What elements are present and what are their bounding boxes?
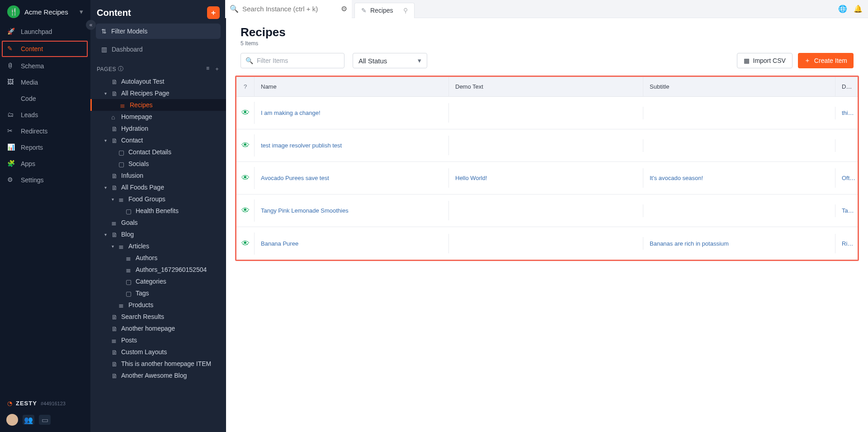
rail-item-reports[interactable]: 📊Reports — [0, 139, 90, 156]
tree-label: Categories — [136, 278, 166, 285]
import-csv-button[interactable]: ▦ Import CSV — [737, 53, 793, 68]
apps-icon: 🧩 — [7, 160, 15, 168]
tree-node[interactable]: 🗎Another homepage — [90, 323, 226, 334]
status-select[interactable]: All Status ▾ — [353, 53, 427, 68]
table-header: ? Name Demo Text Subtitle Description — [236, 77, 858, 97]
list-icon: ≣ — [118, 196, 125, 202]
col-status-header: ? — [236, 77, 255, 96]
eye-icon: 👁 — [241, 206, 250, 215]
tree-node[interactable]: ▾🗎All Recipes Page — [90, 87, 226, 99]
docs-chip-icon[interactable]: ▭ — [39, 415, 51, 425]
filter-items-input[interactable]: 🔍 Filter Items — [241, 53, 344, 68]
bell-icon[interactable]: 🔔 — [854, 5, 863, 13]
col-description-header[interactable]: Description — [835, 77, 858, 96]
pin-icon[interactable]: ⚲ — [403, 7, 408, 14]
pencil-icon: ✎ — [361, 7, 367, 14]
tree-label: This is another homepage ITEM — [121, 360, 211, 367]
table-row[interactable]: 👁 Avocado Purees save test Hello World! … — [236, 162, 858, 195]
help-icon[interactable]: ? — [244, 83, 247, 90]
tree-label: Products — [128, 301, 153, 309]
collapse-rail-icon[interactable]: « — [86, 20, 96, 30]
list-icon: ≣ — [126, 266, 132, 273]
tree-node[interactable]: 🗎Custom Layouts — [90, 346, 226, 358]
tree-node[interactable]: ≣Authors — [90, 252, 226, 264]
instance-switcher[interactable]: 🍴 Acme Recipes ▾ — [0, 0, 90, 24]
tree-node[interactable]: ▢Categories — [90, 275, 226, 287]
list-toggle-icon[interactable]: ≡ — [206, 65, 210, 73]
tree-node[interactable]: 🗎This is another homepage ITEM — [90, 358, 226, 370]
add-content-button[interactable]: ＋ — [207, 6, 220, 19]
rail-label: Media — [21, 79, 38, 86]
globe-icon[interactable]: 🌐 — [838, 5, 847, 13]
filter-placeholder: Filter Items — [257, 57, 288, 64]
rail-item-launchpad[interactable]: 🚀Launchpad — [0, 24, 90, 40]
rail-item-settings[interactable]: ⚙Settings — [0, 172, 90, 188]
tree-node[interactable]: 🗎Infusion — [90, 170, 226, 181]
create-item-button[interactable]: ＋ Create Item — [798, 53, 854, 68]
col-subtitle-header[interactable]: Subtitle — [643, 77, 835, 96]
tree-node[interactable]: 🗎Hydration — [90, 123, 226, 134]
tree-node[interactable]: ⌂Homepage — [90, 111, 226, 123]
tree-label: Blog — [121, 231, 134, 238]
caret-icon: ▾ — [103, 185, 108, 190]
table-row[interactable]: 👁 I am making a change! this is the desc… — [236, 97, 858, 129]
table-row[interactable]: 👁 test image resolver publish test — [236, 129, 858, 162]
tree-label: Another homepage — [121, 325, 175, 332]
tree-node[interactable]: 🗎Another Awesome Blog — [90, 370, 226, 381]
open-tab-recipes[interactable]: ✎ Recipes ⚲ — [354, 3, 415, 18]
rail-item-content[interactable]: ✎Content — [2, 41, 88, 57]
table-row[interactable]: 👁 Banana Puree Bananas are rich in potas… — [236, 227, 858, 260]
tree-node[interactable]: ≣Recipes — [90, 99, 226, 111]
user-avatar[interactable] — [6, 414, 18, 426]
tree-node[interactable]: 🗎Autolayout Test — [90, 76, 226, 87]
cell-description: Tangy, pink and with this light n' — [835, 201, 858, 220]
tree-node[interactable]: ▾🗎Contact — [90, 134, 226, 146]
pages-tree: 🗎Autolayout Test▾🗎All Recipes Page≣Recip… — [90, 76, 226, 432]
global-search[interactable]: 🔍 ⚙ — [225, 0, 352, 18]
tree-node[interactable]: ▾🗎Blog — [90, 228, 226, 240]
tree-node[interactable]: ≣Authors_1672960152504 — [90, 264, 226, 275]
table-row[interactable]: 👁 Tangy Pink Lemonade Smoothies Tangy, p… — [236, 195, 858, 227]
tree-node[interactable]: ▾≣Food Groups — [90, 193, 226, 205]
col-demo-header[interactable]: Demo Text — [449, 77, 643, 96]
search-icon: 🔍 — [245, 57, 253, 64]
tree-node[interactable]: ▢Health Benefits — [90, 205, 226, 217]
tree-label: Authors — [136, 254, 157, 261]
sliders-icon[interactable]: ⚙ — [341, 5, 347, 13]
tree-label: Articles — [128, 242, 149, 250]
dashboard-link[interactable]: ▥ Dashboard — [96, 42, 221, 57]
tree-node[interactable]: ≣Posts — [90, 334, 226, 346]
tree-node[interactable]: ▢Tags — [90, 287, 226, 299]
tree-node[interactable]: ≣Products — [90, 299, 226, 311]
tree-node[interactable]: ▢Socials — [90, 158, 226, 170]
filter-models-button[interactable]: ⇅ Filter Models — [96, 24, 221, 39]
rail-item-redirects[interactable]: ✂Redirects — [0, 123, 90, 139]
zesty-logo-icon: ◔ — [7, 400, 12, 407]
fork-icon: 🍴 — [7, 5, 20, 18]
chevron-down-icon: ▾ — [418, 57, 421, 65]
doc-icon: 🗎 — [111, 313, 118, 320]
doc-icon: 🗎 — [111, 90, 118, 96]
doc-icon: 🗎 — [111, 172, 118, 179]
search-input[interactable] — [242, 5, 337, 13]
tree-node[interactable]: ▾🗎All Foods Page — [90, 181, 226, 193]
col-name-header[interactable]: Name — [255, 77, 449, 96]
rail-item-media[interactable]: 🖼Media — [0, 74, 90, 90]
rail-item-code[interactable]: Code — [0, 90, 90, 107]
add-page-icon[interactable]: ＋ — [214, 65, 220, 73]
rail-item-schema[interactable]: 🛢Schema — [0, 58, 90, 74]
rail-item-leads[interactable]: 🗂Leads — [0, 107, 90, 123]
users-chip-icon[interactable]: 👥 — [23, 415, 34, 425]
cell-name: Tangy Pink Lemonade Smoothies — [255, 201, 449, 220]
tree-label: Infusion — [121, 172, 143, 179]
tree-label: Autolayout Test — [121, 78, 164, 85]
instance-name: Acme Recipes — [24, 8, 68, 16]
tree-node[interactable]: ≣Goals — [90, 217, 226, 228]
tree-node[interactable]: 🗎Search Results — [90, 311, 226, 323]
plus-icon: ＋ — [804, 57, 811, 65]
app-rail: 🍴 Acme Recipes ▾ « 🚀Launchpad✎Content🛢Sc… — [0, 0, 90, 432]
tree-node[interactable]: ▢Contact Details — [90, 146, 226, 158]
rail-item-apps[interactable]: 🧩Apps — [0, 156, 90, 172]
row-status: 👁 — [236, 102, 255, 124]
tree-node[interactable]: ▾≣Articles — [90, 240, 226, 252]
